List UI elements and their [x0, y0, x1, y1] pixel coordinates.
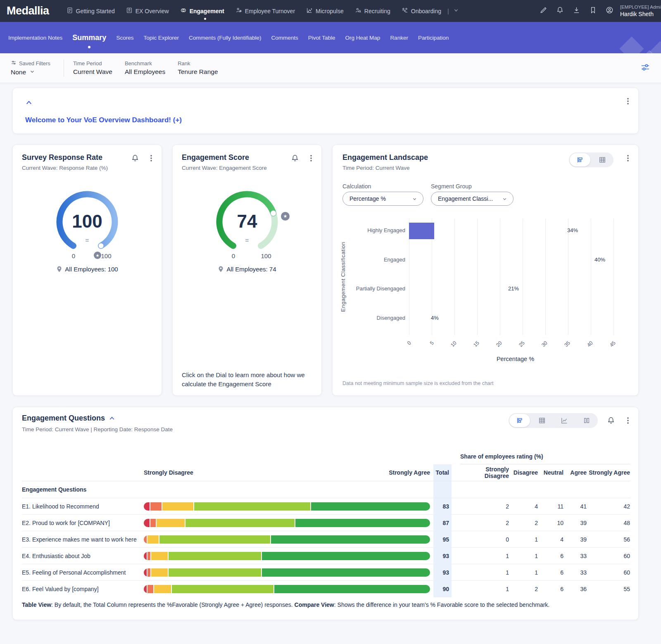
question-row[interactable]: E6. Feel Valued by [company]901263655	[22, 581, 630, 597]
x-tick-label: 20	[490, 340, 503, 353]
rating-distribution-bar[interactable]	[144, 502, 430, 511]
rating-value-neutral: 6	[538, 553, 564, 559]
bar-view-toggle[interactable]	[509, 414, 530, 427]
segment-strongly-disagree	[144, 568, 147, 577]
gauge-max-label: 100	[258, 252, 274, 259]
x-tick-label: 30	[536, 340, 549, 353]
share-rating-header: Share of employees rating (%)	[460, 453, 630, 464]
collapse-chevron-up-icon[interactable]	[109, 416, 115, 421]
subnav-item-participation[interactable]: Participation	[413, 22, 454, 53]
line-view-toggle[interactable]	[554, 414, 575, 427]
benchmark-filter[interactable]: Benchmark All Employees	[125, 60, 165, 76]
collapse-chevron-up-icon[interactable]	[25, 100, 33, 108]
notifications-bell-icon[interactable]	[556, 6, 564, 16]
segment-strongly-agree	[295, 519, 430, 527]
category-label: Engaged	[342, 257, 405, 263]
more-nav-chevron-down-icon[interactable]	[453, 7, 459, 15]
subnav-item-org-heat-map[interactable]: Org Heat Map	[340, 22, 385, 53]
rank-filter[interactable]: Rank Tenure Range	[178, 60, 218, 76]
segment-disagree	[147, 585, 153, 593]
table-view-toggle[interactable]	[532, 414, 552, 427]
x-tick-label: 0	[399, 340, 412, 353]
welcome-kebab-menu-icon[interactable]	[624, 97, 632, 107]
landscape-bar-chart[interactable]: 34%40%21%4%	[409, 219, 622, 335]
segment-strongly-disagree	[144, 502, 150, 511]
card-kebab-menu-icon[interactable]	[624, 154, 632, 164]
user-avatar-icon[interactable]	[606, 6, 613, 16]
card-kebab-menu-icon[interactable]	[147, 154, 155, 164]
edit-pencil-icon[interactable]	[540, 6, 547, 16]
rating-distribution-bar[interactable]	[144, 568, 430, 577]
bookmark-icon[interactable]	[589, 6, 597, 16]
response-rate-value: 100	[46, 211, 128, 232]
rating-value-strongly-agree: 55	[587, 586, 630, 592]
segment-disagree	[150, 519, 156, 527]
subnav-item-comments[interactable]: Comments	[266, 22, 303, 53]
group-header-row: Share of employees rating (%)	[22, 449, 630, 464]
x-tick-label: 5	[422, 340, 435, 353]
calculation-dropdown[interactable]: Percentage %	[342, 192, 423, 206]
subnav-item-topic-explorer[interactable]: Topic Explorer	[138, 22, 184, 53]
value-label: 21%	[508, 285, 519, 292]
segment-neutral	[151, 568, 168, 577]
alert-bell-icon[interactable]	[607, 416, 615, 426]
card-kebab-menu-icon[interactable]	[624, 416, 632, 426]
question-row[interactable]: E2. Proud to work for [COMPANY]872210394…	[22, 515, 630, 531]
question-row[interactable]: E4. Enthusiastic about Job931163360	[22, 548, 630, 564]
subnav-item-scores[interactable]: Scores	[111, 22, 138, 53]
segment-neutral	[157, 519, 185, 527]
topnav-item-micropulse[interactable]: Micropulse	[306, 0, 344, 22]
time-period-filter[interactable]: Time Period Current Wave	[73, 60, 112, 76]
download-icon[interactable]	[573, 6, 580, 16]
alert-bell-icon[interactable]	[131, 154, 139, 164]
card-title: Survey Response Rate	[22, 153, 102, 162]
welcome-title[interactable]: Welcome to Your VoE Overview Dashboard! …	[25, 116, 182, 124]
engagement-questions-card: Engagement Questions Time Period: Curren…	[12, 407, 639, 620]
columns-view-toggle[interactable]	[576, 414, 597, 427]
trend-equals-indicator: =	[206, 237, 288, 244]
saved-filters-control[interactable]: Saved Filters None	[11, 60, 50, 76]
engagement-landscape-card: Engagement Landscape Time Period: Curren…	[332, 145, 639, 396]
gridline	[613, 219, 614, 335]
table-view-toggle[interactable]	[592, 153, 613, 166]
column-header-neutral: Neutral	[538, 469, 564, 476]
topnav-item-ex-overview[interactable]: EX Overview	[126, 0, 169, 22]
segment-strongly-agree	[274, 585, 430, 593]
rating-value-strongly-disagree: 0	[460, 536, 509, 543]
gridline	[523, 219, 523, 335]
chart-view-toggle[interactable]	[570, 153, 590, 166]
subnav-item-ranker[interactable]: Ranker	[385, 22, 413, 53]
segment-strongly-disagree	[144, 552, 147, 560]
segment-strongly-agree	[262, 552, 430, 560]
topnav-item-getting-started[interactable]: Getting Started	[67, 0, 115, 22]
gridline	[545, 219, 546, 335]
section-label: Engagement Questions	[22, 486, 144, 493]
topnav-item-recruiting[interactable]: Recruiting	[355, 0, 390, 22]
question-row[interactable]: E3. Experience makes me want to work her…	[22, 531, 630, 548]
topnav-item-engagement[interactable]: Engagement	[180, 0, 224, 22]
bar-highly-engaged[interactable]	[409, 223, 434, 239]
medallia-logo[interactable]: Medallia	[7, 5, 49, 17]
rating-value-neutral: 6	[538, 586, 564, 592]
topnav-item-employee-turnover[interactable]: Employee Turnover	[235, 0, 295, 22]
rating-distribution-bar[interactable]	[144, 552, 430, 560]
alert-bell-icon[interactable]	[291, 154, 299, 164]
segment-group-dropdown[interactable]: Engagement Classi...	[431, 192, 514, 206]
subnav-item-summary[interactable]: Summary	[67, 22, 111, 53]
rating-distribution-bar[interactable]	[144, 585, 430, 593]
subnav-item-pivot-table[interactable]: Pivot Table	[303, 22, 340, 53]
subnav-item-comments-fully-identifiable[interactable]: Comments (Fully Identifiable)	[184, 22, 266, 53]
filter-settings-sliders-icon[interactable]	[640, 62, 650, 74]
subnav-item-implementation-notes[interactable]: Implementation Notes	[3, 22, 67, 53]
card-subtitle: Time Period: Current Wave | Reporting Da…	[22, 426, 173, 433]
question-row[interactable]: E1. Likelihood to Recommend8324114142	[22, 498, 630, 515]
question-row[interactable]: E5. Feeling of Personal Accomplishment93…	[22, 564, 630, 581]
gauge-min-label: 0	[227, 252, 240, 259]
topnav-item-onboarding[interactable]: Onboarding	[402, 0, 441, 22]
decor-diamond	[619, 36, 644, 53]
rating-distribution-bar[interactable]	[144, 535, 430, 544]
rating-distribution-bar[interactable]	[144, 519, 430, 527]
user-info[interactable]: [EMPLOYEE] Admin Hardik Sheth	[620, 4, 661, 18]
rating-value-strongly-disagree: 1	[460, 586, 509, 592]
card-kebab-menu-icon[interactable]	[307, 154, 315, 164]
